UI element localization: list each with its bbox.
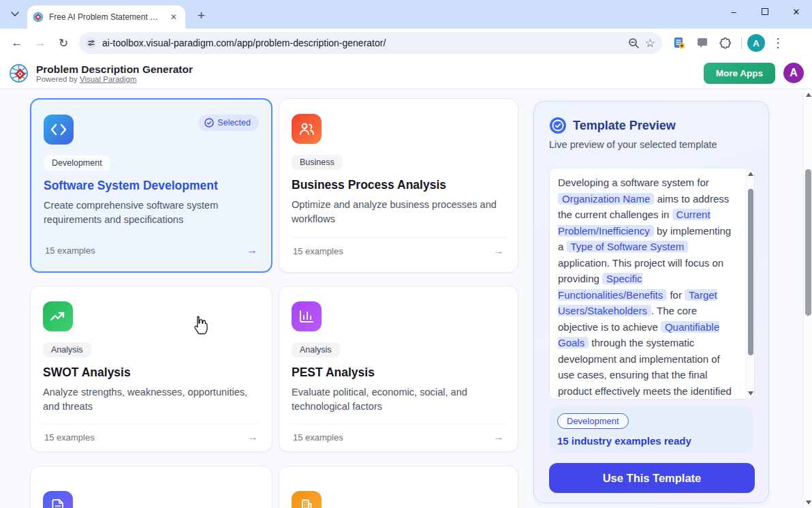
category-pill: Development	[557, 413, 629, 429]
preview-scrollbar[interactable]	[745, 168, 754, 399]
tab-search-button[interactable]	[5, 5, 25, 24]
preview-subtitle: Live preview of your selected template	[549, 139, 753, 150]
building-icon	[292, 491, 322, 508]
code-icon	[44, 115, 74, 145]
card-title: PEST Analysis	[292, 365, 505, 380]
preview-title: Template Preview	[573, 119, 676, 133]
page-scroll-down-icon[interactable]	[806, 500, 811, 505]
page-title: Problem Description Generator	[36, 63, 193, 75]
forward-button[interactable]: →	[30, 33, 50, 53]
arrow-right-icon[interactable]: →	[247, 431, 258, 443]
bookmark-star-icon[interactable]: ☆	[645, 36, 655, 50]
maximize-icon	[762, 8, 768, 15]
app-profile-avatar[interactable]: A	[783, 63, 804, 83]
users-icon	[292, 114, 322, 144]
card-title: Software System Development	[44, 179, 259, 193]
browser-tab[interactable]: Free AI Problem Statement Gen ✕	[27, 5, 185, 29]
template-card-partial-left[interactable]	[30, 466, 272, 508]
examples-ready-text: 15 industry examples ready	[557, 435, 745, 447]
examples-count: 15 examples	[45, 245, 95, 256]
page-scroll-thumb[interactable]	[805, 169, 811, 316]
browser-profile-avatar[interactable]: A	[747, 34, 765, 52]
template-text: Developing a software system for Organiz…	[550, 168, 754, 399]
check-circle-icon	[204, 118, 214, 128]
examples-count: 15 examples	[44, 432, 95, 443]
document-icon	[43, 491, 73, 508]
use-this-template-button[interactable]: Use This Template	[549, 463, 755, 493]
template-preview-textarea[interactable]: Developing a software system for Organiz…	[549, 168, 755, 400]
visual-paradigm-link[interactable]: Visual Paradigm	[80, 75, 137, 83]
template-info-box: Development 15 industry examples ready	[549, 406, 753, 453]
page-scrollbar[interactable]	[803, 89, 812, 508]
site-settings-icon[interactable]	[86, 38, 97, 48]
card-description: Optimize and analyze business processes …	[292, 198, 505, 226]
template-card-software-system-development[interactable]: Selected Development Software System Dev…	[30, 98, 272, 273]
browser-titlebar: Free AI Problem Statement Gen ✕ + – ✕	[0, 0, 812, 29]
favicon-visual-paradigm	[33, 12, 44, 23]
preview-scroll-thumb[interactable]	[748, 189, 753, 355]
arrow-right-icon[interactable]: →	[247, 244, 257, 256]
category-badge: Analysis	[43, 342, 91, 357]
extension-doc-icon[interactable]	[669, 33, 689, 53]
arrow-right-icon[interactable]: →	[493, 245, 504, 257]
url-text[interactable]: ai-toolbox.visual-paradigm.com/app/probl…	[102, 38, 623, 48]
sidepanel-flag-icon[interactable]	[692, 33, 713, 53]
category-badge: Business	[292, 155, 343, 170]
scroll-up-icon[interactable]	[748, 172, 753, 176]
card-description: Analyze strengths, weaknesses, opportuni…	[43, 385, 260, 414]
category-badge: Analysis	[292, 342, 340, 357]
tab-close-icon[interactable]: ✕	[168, 11, 180, 23]
visual-paradigm-logo	[8, 62, 31, 85]
template-preview-panel: Template Preview Live preview of your se…	[533, 101, 769, 503]
card-description: Create comprehensive software system req…	[44, 198, 259, 227]
template-card-swot-analysis[interactable]: Analysis SWOT Analysis Analyze strengths…	[30, 286, 272, 452]
window-close-button[interactable]: ✕	[781, 0, 812, 23]
browser-menu-kebab-icon[interactable]: ⋮	[768, 33, 788, 53]
browser-toolbar: ← → ↻ ai-toolbox.visual-paradigm.com/app…	[0, 29, 812, 57]
back-button[interactable]: ←	[7, 33, 27, 53]
new-tab-button[interactable]: +	[192, 8, 210, 23]
main-content: Selected Development Software System Dev…	[0, 89, 812, 508]
template-card-partial-right[interactable]	[279, 466, 518, 508]
more-apps-button[interactable]: More Apps	[704, 63, 775, 84]
reload-button[interactable]: ↻	[53, 33, 74, 53]
selected-label: Selected	[217, 118, 251, 128]
template-card-business-process-analysis[interactable]: Business Business Process Analysis Optim…	[279, 98, 518, 273]
card-description: Evaluate political, economic, social, an…	[292, 385, 505, 414]
app-header: Problem Description Generator Powered by…	[0, 57, 812, 89]
zoom-out-icon[interactable]	[628, 38, 640, 49]
window-maximize-button[interactable]	[749, 0, 781, 23]
tab-title: Free AI Problem Statement Gen	[49, 12, 162, 22]
trending-up-icon	[43, 301, 73, 331]
examples-count: 15 examples	[293, 432, 343, 443]
arrow-right-icon[interactable]: →	[493, 431, 504, 443]
bar-chart-icon	[292, 301, 322, 331]
powered-by: Powered by Visual Paradigm	[36, 75, 193, 83]
selected-badge: Selected	[198, 115, 259, 131]
examples-count: 15 examples	[293, 246, 343, 256]
scroll-down-icon[interactable]	[748, 391, 753, 395]
category-badge: Development	[44, 155, 110, 170]
card-title: Business Process Analysis	[292, 178, 505, 192]
window-minimize-button[interactable]: –	[718, 0, 749, 23]
template-card-pest-analysis[interactable]: Analysis PEST Analysis Evaluate politica…	[279, 286, 518, 452]
toolbar-divider	[741, 37, 742, 49]
chevron-down-icon	[11, 12, 19, 17]
preview-check-icon	[549, 117, 567, 134]
card-title: SWOT Analysis	[43, 365, 260, 380]
page-scroll-up-icon[interactable]	[806, 93, 811, 97]
extensions-puzzle-icon[interactable]	[715, 33, 736, 53]
address-bar[interactable]: ai-toolbox.visual-paradigm.com/app/probl…	[79, 32, 662, 54]
